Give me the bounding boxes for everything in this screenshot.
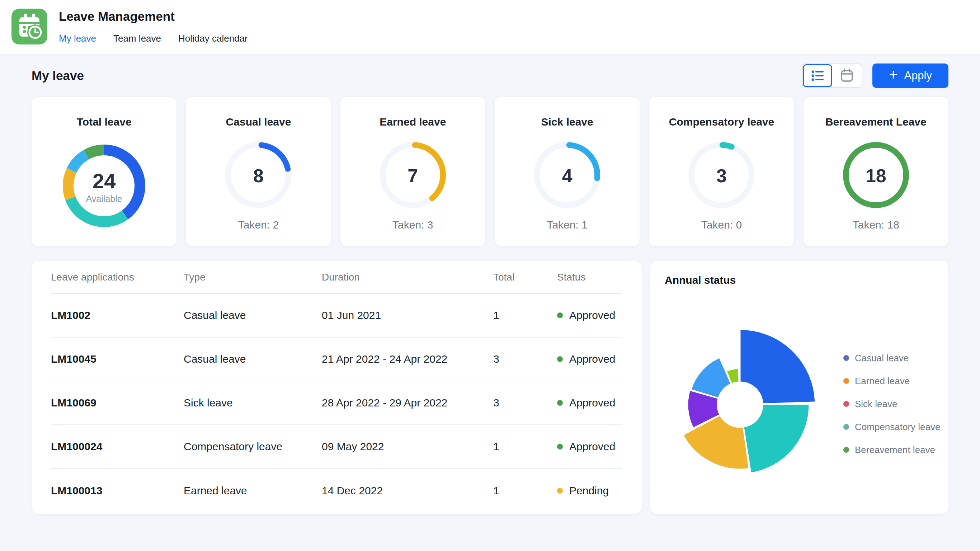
leave-total: 3 [493, 353, 557, 365]
table-header-row: Leave applications Type Duration Total S… [51, 261, 622, 294]
annual-status-card: Annual status Casual leave Earned leave … [650, 261, 948, 514]
leave-id: LM1002 [51, 309, 184, 322]
card-title: Bereavement Leave [826, 116, 927, 128]
legend-label: Bereavement leave [855, 444, 935, 455]
status-cell: Approved [557, 353, 622, 365]
leave-type: Compensatory leave [184, 441, 322, 453]
status-label: Approved [569, 397, 615, 409]
status-cell: Approved [557, 309, 622, 322]
table-row[interactable]: LM100024 Compensatory leave 09 May 2022 … [51, 425, 622, 469]
list-view-icon [810, 68, 826, 84]
taken-label: Taken: 2 [238, 219, 279, 231]
status-label: Pending [569, 485, 609, 497]
status-label: Approved [569, 353, 615, 365]
sick-leave-ring-chart: 4 [531, 139, 603, 212]
table-row[interactable]: LM10069 Sick leave 28 Apr 2022 - 29 Apr … [51, 381, 622, 425]
taken-label: Taken: 3 [393, 219, 433, 231]
list-view-button[interactable] [803, 64, 832, 87]
leave-type: Casual leave [184, 353, 322, 365]
card-title: Casual leave [226, 116, 291, 128]
earned-leave-ring-chart: 7 [377, 139, 449, 212]
leave-id: LM10069 [51, 397, 184, 409]
available-count: 24 [92, 169, 116, 193]
calendar-view-icon [838, 67, 855, 84]
leave-total: 1 [493, 309, 557, 322]
legend-item-bereavement-leave[interactable]: Bereavement leave [843, 443, 940, 456]
calendar-view-button[interactable] [832, 64, 862, 87]
summary-card-compensatory-leave: Compensatory leave 3 Taken: 0 [649, 97, 794, 246]
tab-holiday-calendar[interactable]: Holiday calendar [178, 33, 248, 44]
balance-count: 8 [253, 165, 264, 186]
summary-cards-row: Total leave 24 Available Casual leave 8 … [32, 97, 948, 246]
legend-label: Compensatory leave [855, 422, 940, 433]
taken-label: Taken: 0 [701, 219, 742, 231]
leave-total: 1 [493, 441, 557, 453]
legend-item-casual-leave[interactable]: Casual leave [843, 352, 940, 365]
status-cell: Approved [557, 397, 622, 409]
legend-item-earned-leave[interactable]: Earned leave [843, 374, 940, 387]
legend-dot [843, 378, 849, 384]
status-label: Approved [569, 309, 615, 322]
balance-count: 18 [865, 165, 886, 186]
leave-duration: 09 May 2022 [322, 441, 493, 453]
leave-duration: 14 Dec 2022 [322, 485, 493, 497]
card-title: Earned leave [380, 116, 446, 128]
taken-label: Taken: 1 [547, 219, 587, 231]
legend-label: Sick leave [855, 398, 897, 410]
lower-section: Leave applications Type Duration Total S… [32, 261, 948, 514]
col-header-type: Type [184, 272, 322, 283]
leave-duration: 01 Jun 2021 [322, 309, 493, 322]
leave-applications-table: Leave applications Type Duration Total S… [32, 261, 642, 514]
legend-dot [843, 447, 849, 453]
apply-button-label: Apply [904, 69, 932, 82]
legend-dot [843, 355, 849, 361]
leave-management-logo [11, 9, 47, 45]
apply-button[interactable]: + Apply [872, 64, 948, 88]
card-title: Sick leave [541, 116, 593, 128]
status-dot [557, 312, 563, 318]
legend-dot [843, 401, 849, 407]
status-dot [557, 400, 563, 406]
balance-count: 7 [407, 165, 418, 186]
bereavement-leave-ring-chart: 18 [840, 139, 912, 212]
leave-id: LM10045 [51, 353, 184, 365]
table-row[interactable]: LM10045 Casual leave 21 Apr 2022 - 24 Ap… [51, 338, 622, 381]
tab-my-leave[interactable]: My leave [59, 33, 96, 44]
col-header-total: Total [493, 272, 557, 283]
table-row[interactable]: LM100013 Earned leave 14 Dec 2022 1 Pend… [51, 469, 622, 513]
annual-status-title: Annual status [665, 274, 934, 286]
table-row[interactable]: LM1002 Casual leave 01 Jun 2021 1 Approv… [51, 294, 622, 338]
leave-duration: 21 Apr 2022 - 24 Apr 2022 [322, 353, 493, 365]
section-controls: + Apply [802, 64, 948, 88]
summary-card-sick-leave: Sick leave 4 Taken: 1 [495, 97, 640, 246]
page-title: My leave [32, 68, 84, 83]
col-header-duration: Duration [322, 272, 493, 283]
legend-label: Casual leave [855, 353, 908, 364]
card-title: Compensatory leave [669, 116, 774, 128]
legend-item-sick-leave[interactable]: Sick leave [843, 398, 940, 410]
tab-team-leave[interactable]: Team leave [113, 33, 161, 44]
card-title: Total leave [77, 116, 132, 128]
view-toggle [802, 64, 862, 88]
available-label: Available [86, 194, 123, 204]
status-cell: Pending [557, 485, 622, 497]
status-label: Approved [569, 441, 615, 453]
calendar-clock-icon [11, 9, 47, 45]
col-header-leave-applications: Leave applications [51, 272, 184, 283]
leave-duration: 28 Apr 2022 - 29 Apr 2022 [322, 397, 493, 409]
section-header-row: My leave [32, 54, 948, 97]
casual-leave-ring-chart: 8 [223, 139, 294, 212]
legend-dot [843, 424, 849, 430]
legend-item-compensatory-leave[interactable]: Compensatory leave [843, 420, 940, 433]
leave-total: 3 [493, 397, 557, 409]
leave-type: Casual leave [184, 309, 322, 322]
chart-legend: Casual leave Earned leave Sick leave Com… [843, 352, 940, 456]
balance-count: 3 [716, 165, 727, 186]
legend-label: Earned leave [855, 376, 910, 387]
status-dot [557, 444, 563, 449]
compensatory-leave-ring-chart: 3 [686, 139, 757, 212]
leave-id: LM100013 [51, 485, 184, 497]
summary-card-earned-leave: Earned leave 7 Taken: 3 [340, 97, 485, 246]
leave-id: LM100024 [51, 441, 184, 453]
total-leave-donut-chart: 24 Available [61, 143, 147, 230]
